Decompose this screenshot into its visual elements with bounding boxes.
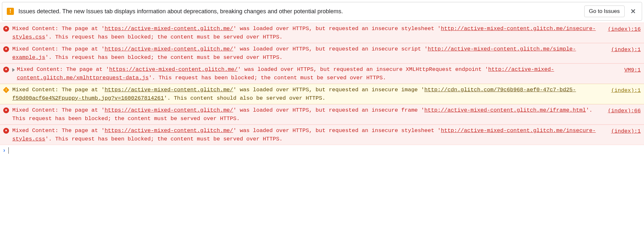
message-text: Mixed Content: The page at ' [12,128,105,134]
input-caret [8,147,9,154]
console-message: Mixed Content: The page at 'https://acti… [12,86,611,102]
console-prompt[interactable]: › [0,145,644,156]
message-text: '. This request has been blocked; the co… [45,54,283,61]
console-row: Mixed Content: The page at 'https://acti… [0,43,644,63]
console-row: Mixed Content: The page at 'https://acti… [0,23,644,43]
page-url-link[interactable]: https://active-mixed-content.glitch.me/ [105,46,233,52]
message-text: ' was loaded over HTTPS, but requested a… [233,46,428,52]
message-text: '. This request has been blocked; the co… [45,136,283,142]
issues-banner: ! Issues detected. The new Issues tab di… [2,2,642,21]
message-text: ' was loaded over HTTPS, but requested a… [233,107,425,113]
source-link[interactable]: (index):1 [611,86,641,95]
message-text: Mixed Content: The page at ' [12,46,105,52]
message-text: ' was loaded over HTTPS, but requested a… [238,66,488,72]
page-url-link[interactable]: https://active-mixed-content.glitch.me/ [105,128,233,134]
message-text: ' was loaded over HTTPS, but requested a… [233,87,425,93]
console-row: !Mixed Content: The page at 'https://act… [0,84,644,104]
console-message: Mixed Content: The page at 'https://acti… [12,106,608,123]
source-link[interactable]: (index):16 [608,25,641,34]
console-message: Mixed Content: The page at 'https://acti… [12,45,611,61]
issues-warning-icon: ! [7,8,14,15]
message-text: Mixed Content: The page at ' [12,87,105,93]
error-icon [3,107,9,113]
console-row: Mixed Content: The page at 'https://acti… [0,63,644,84]
warning-icon: ! [3,87,9,93]
console-row: Mixed Content: The page at 'https://acti… [0,104,644,125]
resource-url-link[interactable]: http://active-mixed-content.glitch.me/if… [424,107,586,113]
console-message: Mixed Content: The page at 'https://acti… [17,65,624,82]
expand-toggle-icon[interactable] [12,68,15,72]
console-message-list: Mixed Content: The page at 'https://acti… [0,23,644,145]
source-link[interactable]: VM9:1 [624,66,641,74]
page-url-link[interactable]: https://active-mixed-content.glitch.me/ [109,66,238,72]
source-link[interactable]: (index):66 [608,107,641,115]
source-link[interactable]: (index):1 [611,46,641,54]
go-to-issues-button[interactable]: Go to Issues [584,6,625,17]
error-icon [3,46,9,52]
message-text: '. This request has been blocked; the co… [45,34,283,40]
message-text: ' was loaded over HTTPS, but requested a… [233,26,441,32]
message-text: ' was loaded over HTTPS, but requested a… [233,128,441,134]
close-icon[interactable]: ✕ [629,7,637,15]
message-text: Mixed Content: The page at ' [12,26,105,32]
console-row: Mixed Content: The page at 'https://acti… [0,125,644,145]
issues-banner-text: Issues detected. The new Issues tab disp… [18,8,580,15]
message-text: '. This content should also be served ov… [164,95,325,101]
error-icon [3,67,9,72]
source-link[interactable]: (index):1 [611,127,641,136]
message-text: '. This request has been blocked; the co… [149,75,386,81]
error-icon [3,128,9,134]
message-text: Mixed Content: The page at ' [12,107,105,113]
page-url-link[interactable]: https://active-mixed-content.glitch.me/ [105,87,233,93]
error-icon [3,26,9,32]
page-url-link[interactable]: https://active-mixed-content.glitch.me/ [105,107,233,113]
message-text: Mixed Content: The page at ' [17,66,109,72]
chevron-right-icon: › [3,147,5,154]
page-url-link[interactable]: https://active-mixed-content.glitch.me/ [105,26,233,32]
console-message: Mixed Content: The page at 'https://acti… [12,127,611,143]
console-message: Mixed Content: The page at 'https://acti… [12,25,608,41]
